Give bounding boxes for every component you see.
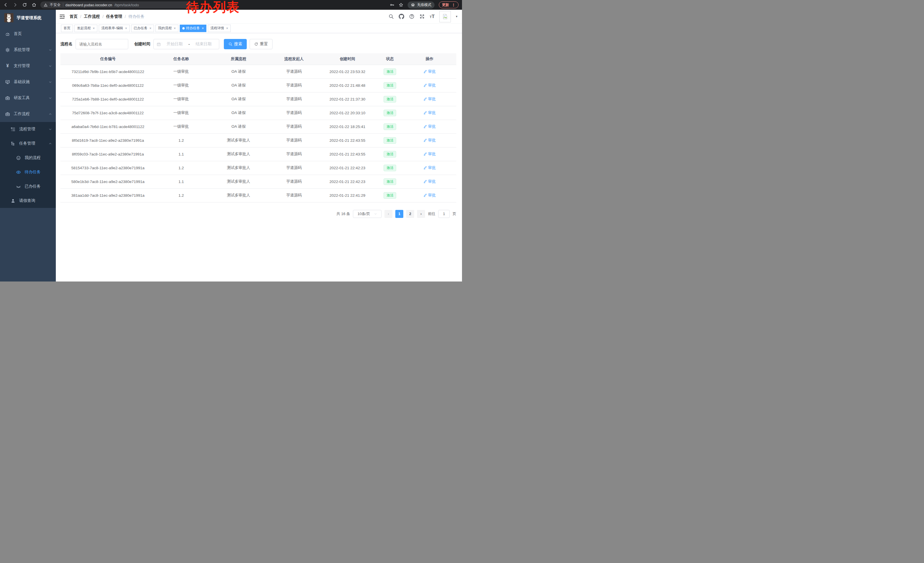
sidebar-item-todo-tasks[interactable]: 待办任务	[0, 165, 56, 179]
approve-link[interactable]: 审批	[423, 179, 436, 184]
tab-todo-tasks[interactable]: 待办任务×	[180, 25, 206, 32]
approve-link[interactable]: 审批	[423, 96, 436, 102]
sidebar-item-workflow[interactable]: 工作流程	[0, 106, 56, 122]
breadcrumb: 首页 / 工作流程 / 任务管理 / 待办任务	[69, 14, 144, 19]
process-name-input[interactable]	[76, 39, 128, 49]
table-row: 8f059c03-7ac8-11ec-a9e2-a2380e71991a1.1测…	[60, 147, 456, 161]
next-page-button[interactable]: ›	[417, 210, 425, 218]
close-icon[interactable]: ×	[174, 26, 176, 30]
bookmark-star-icon[interactable]	[399, 3, 404, 7]
prev-page-button[interactable]: ‹	[384, 210, 393, 218]
status-badge: 激活	[384, 151, 396, 158]
security-label: 不安全	[50, 3, 61, 8]
table-row: 580e1b3d-7ac8-11ec-a9e2-a2380e71991a1.1测…	[60, 175, 456, 188]
monitor-icon	[5, 80, 10, 84]
password-key-icon[interactable]	[390, 3, 394, 7]
sidebar-item-done-tasks[interactable]: 已办任务	[0, 179, 56, 194]
status-badge: 激活	[384, 165, 396, 171]
browser-nav	[3, 3, 36, 7]
avatar[interactable]	[440, 11, 451, 23]
sidebar-item-my-process[interactable]: 我的流程	[0, 151, 56, 165]
approve-link[interactable]: 审批	[423, 165, 436, 170]
approve-link[interactable]: 审批	[423, 69, 436, 74]
tab-done-tasks[interactable]: 已办任务×	[131, 25, 154, 32]
approve-link[interactable]: 审批	[423, 124, 436, 129]
page-button-1[interactable]: 1	[395, 210, 404, 218]
col-actions: 操作	[403, 53, 456, 65]
github-icon[interactable]	[399, 14, 404, 19]
page-button-2[interactable]: 2	[406, 210, 414, 218]
main: 首页 / 工作流程 / 任务管理 / 待办任务 TT	[56, 10, 462, 281]
search-button[interactable]: 搜索	[224, 39, 247, 49]
approve-link[interactable]: 审批	[423, 83, 436, 88]
edit-icon	[423, 70, 427, 73]
sidebar-logo[interactable]: 芋道管理系统	[0, 10, 56, 26]
breadcrumb-workflow[interactable]: 工作流程	[84, 14, 100, 19]
date-range-picker[interactable]: 开始日期 - 结束日期	[153, 39, 219, 49]
table-row: 75d72608-7b7f-11ec-a3c8-acde48001122一级审批…	[60, 106, 456, 120]
text-size-icon[interactable]: TT	[430, 14, 435, 20]
tab-my-process[interactable]: 我的流程×	[155, 25, 178, 32]
sidebar-item-leave-query[interactable]: 请假查询	[0, 194, 56, 208]
browser-actions: 无痕模式 更新 ⋮	[390, 2, 459, 9]
chevron-down-icon	[49, 128, 52, 131]
status-badge: 激活	[384, 192, 396, 199]
search-icon	[228, 42, 232, 46]
list-tree-icon	[10, 127, 15, 132]
close-icon[interactable]: ×	[149, 26, 152, 30]
tab-form-edit[interactable]: 流程表单-编辑×	[99, 25, 130, 32]
url-bar[interactable]: 不安全 dashboard.yudao.iocoder.cn/bpm/task/…	[40, 2, 192, 8]
update-button[interactable]: 更新 ⋮	[439, 2, 459, 8]
sidebar-item-task-mgmt[interactable]: 任务管理	[0, 136, 56, 151]
goto-page-input[interactable]	[438, 210, 450, 218]
status-badge: 激活	[384, 110, 396, 116]
approve-link[interactable]: 审批	[423, 110, 436, 116]
col-created: 创建时间	[318, 53, 377, 65]
search-icon[interactable]	[388, 14, 394, 19]
close-icon[interactable]: ×	[93, 26, 95, 30]
sidebar-item-system[interactable]: 系统管理	[0, 42, 56, 58]
sidebar-item-devtools[interactable]: 研发工具	[0, 90, 56, 106]
approve-link[interactable]: 审批	[423, 193, 436, 198]
fullscreen-icon[interactable]	[419, 14, 425, 19]
back-icon[interactable]	[3, 3, 8, 7]
sidebar-item-home[interactable]: 首页	[0, 26, 56, 42]
breadcrumb-task-mgmt[interactable]: 任务管理	[106, 14, 122, 19]
breadcrumb-home[interactable]: 首页	[69, 14, 78, 19]
table-row: 58154733-7ac8-11ec-a9e2-a2380e71991a1.2测…	[60, 161, 456, 175]
sidebar-item-process-mgmt[interactable]: 流程管理	[0, 122, 56, 136]
logo-rabbit-image	[4, 13, 14, 23]
chevron-up-icon	[49, 113, 52, 116]
sidebar-item-infra[interactable]: 基础设施	[0, 74, 56, 90]
edit-icon	[423, 83, 427, 87]
browser-menu-icon[interactable]: ⋮	[452, 3, 455, 7]
chevron-down-icon	[49, 96, 52, 100]
range-separator: -	[188, 42, 190, 47]
sidebar-item-payment[interactable]: ¥ 支付管理	[0, 58, 56, 74]
col-status: 状态	[377, 53, 403, 65]
col-task-name: 任务名称	[155, 53, 207, 65]
dashboard-icon	[5, 32, 10, 36]
sidebar-collapse-icon[interactable]	[59, 14, 65, 20]
page-size-select[interactable]: 10条/页	[353, 210, 382, 218]
forward-icon[interactable]	[13, 3, 18, 7]
refresh-icon	[254, 42, 258, 46]
tab-start-process[interactable]: 发起流程×	[74, 25, 98, 32]
avatar-caret-icon[interactable]: ▾	[456, 15, 458, 18]
table-row: 725a1eb6-7b88-11ec-8ef0-acde48001122一级审批…	[60, 92, 456, 106]
not-secure-icon	[44, 3, 48, 7]
app-title: 芋道管理系统	[16, 15, 42, 21]
tab-home[interactable]: 首页	[61, 25, 73, 32]
close-icon[interactable]: ×	[226, 26, 228, 30]
approve-link[interactable]: 审批	[423, 152, 436, 157]
close-icon[interactable]: ×	[202, 26, 204, 30]
help-icon[interactable]	[409, 14, 414, 19]
reload-icon[interactable]	[22, 3, 27, 7]
sidebar: 芋道管理系统 首页 系统管理 ¥ 支付管理 基础设施	[0, 10, 56, 281]
status-badge: 激活	[384, 68, 396, 75]
reset-button[interactable]: 重置	[250, 39, 273, 49]
home-icon[interactable]	[32, 3, 36, 7]
close-icon[interactable]: ×	[125, 26, 127, 30]
approve-link[interactable]: 审批	[423, 138, 436, 143]
tab-process-detail[interactable]: 流程详情×	[208, 25, 231, 32]
